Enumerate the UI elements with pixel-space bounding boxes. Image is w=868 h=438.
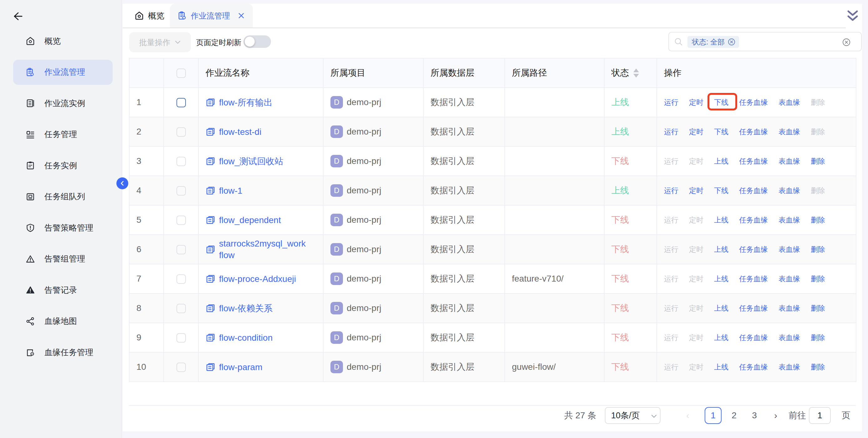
- row-checkbox[interactable]: [177, 127, 186, 137]
- bulk-action-button[interactable]: 批量操作: [129, 32, 191, 52]
- sidebar-item-告警策略管理[interactable]: 告警策略管理: [13, 215, 113, 240]
- action-运行[interactable]: 运行: [664, 156, 678, 166]
- tag-remove-icon[interactable]: [728, 38, 735, 46]
- action-删除[interactable]: 删除: [811, 274, 825, 284]
- action-任务血缘[interactable]: 任务血缘: [739, 304, 768, 313]
- row-checkbox[interactable]: [177, 333, 186, 343]
- action-任务血缘[interactable]: 任务血缘: [739, 215, 768, 225]
- sort-asc-icon[interactable]: [633, 68, 639, 72]
- tab-close-icon[interactable]: [238, 12, 245, 20]
- action-上线[interactable]: 上线: [714, 215, 728, 225]
- action-运行[interactable]: 运行: [664, 245, 678, 254]
- row-checkbox[interactable]: [177, 216, 186, 225]
- workflow-name-link[interactable]: flow-proce-Addxueji: [219, 273, 296, 285]
- action-表血缘[interactable]: 表血缘: [778, 186, 800, 195]
- action-上线[interactable]: 上线: [714, 333, 728, 343]
- sidebar-item-血缘任务管理[interactable]: 血缘任务管理: [13, 340, 113, 365]
- action-定时[interactable]: 定时: [689, 245, 704, 254]
- row-checkbox[interactable]: [177, 98, 186, 107]
- next-page-button[interactable]: ›: [769, 407, 782, 424]
- action-运行[interactable]: 运行: [664, 333, 678, 343]
- workflow-name-link[interactable]: flow_测试回收站: [219, 156, 283, 167]
- row-checkbox[interactable]: [177, 186, 186, 195]
- action-删除[interactable]: 删除: [811, 98, 825, 107]
- action-任务血缘[interactable]: 任务血缘: [739, 156, 768, 166]
- action-定时[interactable]: 定时: [689, 333, 704, 343]
- row-checkbox[interactable]: [177, 245, 186, 254]
- page-2-button[interactable]: 2: [728, 407, 740, 424]
- action-运行[interactable]: 运行: [664, 304, 678, 313]
- status-sorter[interactable]: [633, 68, 639, 77]
- action-定时[interactable]: 定时: [689, 274, 704, 284]
- action-删除[interactable]: 删除: [811, 215, 825, 225]
- action-定时[interactable]: 定时: [689, 304, 704, 313]
- action-运行[interactable]: 运行: [664, 127, 678, 137]
- auto-refresh-toggle[interactable]: [243, 35, 271, 48]
- search-clear-icon[interactable]: [842, 38, 850, 46]
- prev-page-button[interactable]: ‹: [682, 407, 694, 424]
- action-运行[interactable]: 运行: [664, 362, 678, 372]
- workflow-name-link[interactable]: flow-依赖关系: [219, 303, 273, 314]
- expand-panel-button[interactable]: [846, 9, 860, 23]
- sidebar-item-任务实例[interactable]: 任务实例: [13, 153, 113, 178]
- sidebar-item-作业流实例[interactable]: 作业流实例: [13, 91, 113, 116]
- action-任务血缘[interactable]: 任务血缘: [739, 186, 768, 195]
- search-input[interactable]: 状态: 全部: [669, 32, 862, 51]
- action-下线[interactable]: 下线: [714, 127, 728, 137]
- action-表血缘[interactable]: 表血缘: [778, 127, 800, 137]
- workflow-name-link[interactable]: flow-test-di: [219, 126, 261, 138]
- action-表血缘[interactable]: 表血缘: [778, 245, 800, 254]
- action-定时[interactable]: 定时: [689, 215, 704, 225]
- select-all-checkbox[interactable]: [177, 68, 186, 78]
- action-上线[interactable]: 上线: [714, 304, 728, 313]
- row-checkbox[interactable]: [177, 157, 186, 166]
- tab-overview[interactable]: 概览: [134, 4, 164, 28]
- action-删除[interactable]: 删除: [811, 186, 825, 195]
- filter-tag[interactable]: 状态: 全部: [687, 36, 739, 48]
- sidebar-item-血缘地图[interactable]: 血缘地图: [13, 309, 113, 334]
- sidebar-item-任务管理[interactable]: 任务管理: [13, 122, 113, 147]
- action-上线[interactable]: 上线: [714, 274, 728, 284]
- action-定时[interactable]: 定时: [689, 127, 704, 137]
- action-表血缘[interactable]: 表血缘: [778, 304, 800, 313]
- action-表血缘[interactable]: 表血缘: [778, 274, 800, 284]
- action-运行[interactable]: 运行: [664, 186, 678, 195]
- action-任务血缘[interactable]: 任务血缘: [739, 98, 768, 107]
- action-删除[interactable]: 删除: [811, 362, 825, 372]
- page-size-select[interactable]: 10条/页: [605, 407, 660, 424]
- row-checkbox[interactable]: [177, 363, 186, 372]
- sidebar-item-任务组队列[interactable]: 任务组队列: [13, 184, 113, 209]
- sidebar-collapse-button[interactable]: [116, 177, 128, 189]
- tab-workflow-management[interactable]: 作业流管理: [170, 4, 253, 28]
- action-表血缘[interactable]: 表血缘: [778, 215, 800, 225]
- page-1-button[interactable]: 1: [705, 407, 721, 424]
- action-删除[interactable]: 删除: [811, 245, 825, 254]
- action-任务血缘[interactable]: 任务血缘: [739, 245, 768, 254]
- sidebar-item-概览[interactable]: 概览: [13, 28, 113, 54]
- action-运行[interactable]: 运行: [664, 98, 678, 107]
- workflow-name-link[interactable]: flow-param: [219, 361, 262, 373]
- action-定时[interactable]: 定时: [689, 98, 704, 107]
- action-定时[interactable]: 定时: [689, 156, 704, 166]
- action-任务血缘[interactable]: 任务血缘: [739, 333, 768, 343]
- action-上线[interactable]: 上线: [714, 245, 728, 254]
- goto-page-input[interactable]: 1: [809, 407, 831, 424]
- action-运行[interactable]: 运行: [664, 274, 678, 284]
- action-表血缘[interactable]: 表血缘: [778, 98, 800, 107]
- sidebar-item-告警组管理[interactable]: 告警组管理: [13, 247, 113, 272]
- action-删除[interactable]: 删除: [811, 156, 825, 166]
- action-表血缘[interactable]: 表血缘: [778, 156, 800, 166]
- action-上线[interactable]: 上线: [714, 156, 728, 166]
- workflow-name-link[interactable]: starrocks2mysql_workflow: [219, 238, 307, 261]
- workflow-name-link[interactable]: flow_dependent: [219, 214, 281, 226]
- action-定时[interactable]: 定时: [689, 186, 704, 195]
- sidebar-item-作业流管理[interactable]: 作业流管理: [13, 60, 113, 85]
- row-checkbox[interactable]: [177, 304, 186, 313]
- action-上线[interactable]: 上线: [714, 362, 728, 372]
- action-删除[interactable]: 删除: [811, 304, 825, 313]
- action-运行[interactable]: 运行: [664, 215, 678, 225]
- action-下线[interactable]: 下线: [714, 186, 728, 195]
- action-删除[interactable]: 删除: [811, 127, 825, 137]
- workflow-name-link[interactable]: flow-condition: [219, 332, 273, 344]
- action-表血缘[interactable]: 表血缘: [778, 362, 800, 372]
